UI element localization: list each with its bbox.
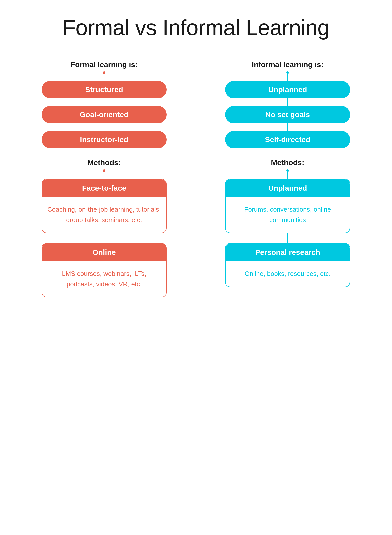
formal-card-face-to-face-body: Coaching, on-the-job learning, tutorials… [42, 197, 166, 233]
informal-card-connector-line [288, 233, 288, 243]
formal-card-online: Online LMS courses, webinars, ILTs, podc… [42, 243, 167, 298]
formal-card-online-text: LMS courses, webinars, ILTs, podcasts, v… [62, 270, 146, 288]
informal-card-personal-research-header: Personal research [226, 244, 350, 261]
formal-methods-dot [103, 170, 106, 172]
formal-pill-structured: Structured [42, 81, 167, 98]
formal-card-face-to-face-title: Face-to-face [82, 184, 126, 192]
informal-card-personal-research-title: Personal research [255, 248, 320, 256]
informal-pill-unplanned: Unplanned [225, 81, 350, 98]
informal-connector-line-1 [288, 74, 288, 81]
informal-card-unplanned-text: Forums, conversations, online communitie… [244, 206, 331, 224]
informal-card-personal-research-body: Online, books, resources, etc. [226, 261, 350, 287]
informal-card-unplanned: Unplanned Forums, conversations, online … [225, 179, 350, 233]
formal-card-connector-line [104, 233, 104, 243]
formal-card-face-to-face-header: Face-to-face [42, 180, 166, 197]
formal-connector-dot-1 [103, 72, 106, 74]
informal-pill-no-set-goals: No set goals [225, 106, 350, 124]
page-title: Formal vs Informal Learning [20, 15, 372, 40]
informal-connector-dot-1 [286, 72, 289, 74]
informal-pill-self-directed: Self-directed [225, 131, 350, 148]
formal-card-online-title: Online [92, 248, 116, 256]
formal-connector-line-3 [104, 124, 104, 131]
formal-card-online-header: Online [42, 244, 166, 261]
formal-card-face-to-face-text: Coaching, on-the-job learning, tutorials… [48, 206, 161, 224]
informal-card-personal-research: Personal research Online, books, resourc… [225, 243, 350, 287]
diagram: Formal learning is: Structured Goal-orie… [20, 60, 372, 298]
formal-section-label: Formal learning is: [71, 60, 138, 69]
formal-column: Formal learning is: Structured Goal-orie… [20, 60, 188, 298]
formal-methods-label: Methods: [88, 158, 121, 167]
formal-connector-line-2 [104, 98, 104, 106]
formal-pill-instructor-led: Instructor-led [42, 131, 167, 148]
informal-methods-dot [286, 170, 289, 172]
informal-connector-line-3 [288, 124, 288, 131]
formal-card-face-to-face: Face-to-face Coaching, on-the-job learni… [42, 179, 167, 233]
formal-pill-goal-oriented: Goal-oriented [42, 106, 167, 124]
informal-card-unplanned-body: Forums, conversations, online communitie… [226, 197, 350, 233]
formal-methods-line [104, 172, 104, 179]
informal-column: Informal learning is: Unplanned No set g… [204, 60, 372, 298]
informal-connector-line-2 [288, 98, 288, 106]
formal-card-online-body: LMS courses, webinars, ILTs, podcasts, v… [42, 261, 166, 297]
informal-section-label: Informal learning is: [252, 60, 324, 69]
informal-card-personal-research-text: Online, books, resources, etc. [245, 270, 331, 278]
informal-card-unplanned-header: Unplanned [226, 180, 350, 197]
informal-card-unplanned-title: Unplanned [268, 184, 307, 192]
formal-connector-line-1 [104, 74, 104, 81]
informal-methods-line [288, 172, 288, 179]
informal-methods-label: Methods: [271, 158, 304, 167]
